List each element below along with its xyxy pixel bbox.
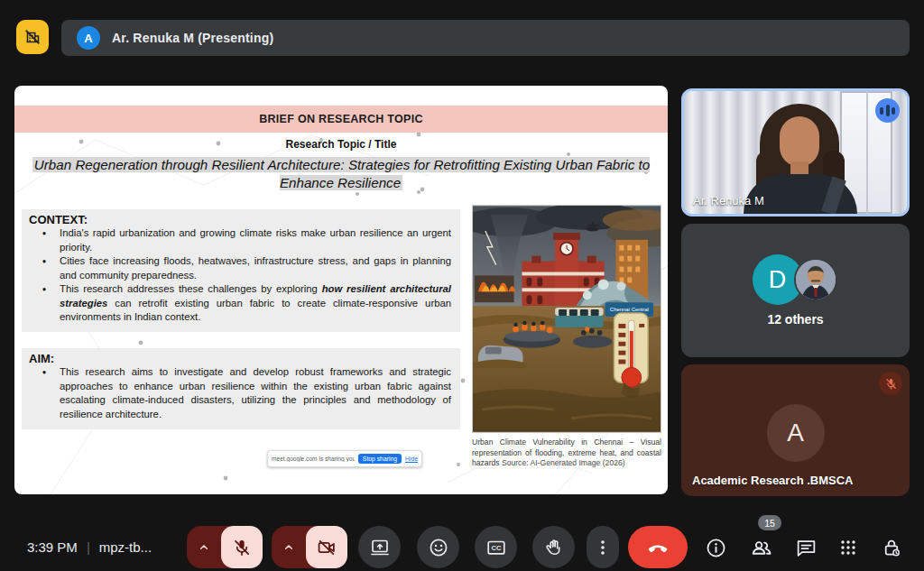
list-item: Cities face increasing floods, heatwaves… (29, 254, 451, 282)
google-meet-window: A Ar. Renuka M (Presenting) BRIEF ON RE (0, 0, 924, 571)
mic-options-chevron[interactable] (187, 540, 221, 555)
presenter-avatar: A (77, 26, 100, 50)
context-label: CONTEXT: (29, 213, 451, 226)
chennai-central-sign: Chennai Central (610, 307, 649, 312)
people-button[interactable] (745, 531, 778, 564)
slide-figure: Chennai Central Urban Climate Vulnerabil… (472, 205, 661, 469)
participant-tile-academic[interactable]: A Academic Research .BMSCA (681, 364, 910, 496)
aim-box: AIM: This research aims to investigate a… (22, 348, 460, 429)
raise-hand-icon (543, 537, 565, 558)
research-title: Urban Regeneration through Resilient Arc… (18, 156, 664, 192)
chat-icon (795, 537, 818, 559)
camera-off-button[interactable] (306, 526, 347, 568)
list-item: India's rapid urbanization and growing c… (29, 226, 451, 254)
mic-off-icon (879, 372, 902, 395)
stacked-avatars: D (753, 254, 839, 305)
others-count-label: 12 others (767, 312, 823, 327)
emoji-icon (428, 537, 449, 558)
disaster-illustration: Chennai Central (472, 205, 661, 433)
avatar-photo (794, 258, 837, 301)
raise-hand-button[interactable] (532, 526, 575, 568)
avatar-a: A (767, 404, 825, 462)
host-controls-button[interactable] (875, 531, 908, 564)
more-options-button[interactable] (587, 526, 619, 568)
list-item: This research aims to investigate and de… (29, 365, 451, 421)
presentation-disabled-icon (23, 27, 42, 47)
present-screen-button[interactable] (358, 526, 401, 568)
video-tile-presenter[interactable]: Ar. Renuka M (681, 88, 910, 216)
list-item: This research addresses these challenges… (29, 282, 451, 325)
presenting-label: Ar. Renuka M (Presenting) (112, 31, 273, 45)
activities-button[interactable] (832, 531, 864, 564)
captions-button[interactable]: CC (475, 526, 517, 568)
apps-grid-icon (837, 537, 859, 558)
figure-caption: Urban Climate Vulnerability in Chennai –… (472, 437, 661, 469)
present-screen-icon (369, 537, 391, 558)
screen-share-notification: meet.google.com is sharing your screen. … (267, 450, 422, 467)
end-call-icon (646, 536, 670, 559)
mic-off-icon (232, 538, 252, 557)
stop-sharing-button[interactable]: Stop sharing (358, 454, 402, 464)
presenting-banner[interactable]: A Ar. Renuka M (Presenting) (61, 20, 910, 56)
share-message: meet.google.com is sharing your screen. (272, 456, 355, 462)
host-controls-lock-icon (881, 537, 903, 559)
top-bar: A Ar. Renuka M (Presenting) (0, 0, 924, 72)
info-icon (705, 537, 727, 559)
more-options-icon (594, 537, 612, 558)
aim-label: AIM: (29, 352, 451, 365)
others-tile[interactable]: D 12 others (681, 224, 910, 357)
participant-name-label: Academic Research .BMSCA (692, 474, 853, 487)
camera-options-chevron[interactable] (272, 540, 306, 555)
clock-time: 3:39 PM (27, 539, 78, 555)
captions-icon: CC (485, 537, 507, 558)
mic-control-group (187, 526, 263, 568)
end-call-button[interactable] (628, 526, 688, 568)
presenter-name-label: Ar. Renuka M (693, 194, 764, 207)
slide-banner-text: BRIEF ON RESEARCH TOPIC (259, 113, 423, 125)
meeting-code: mpz-tb... (99, 539, 152, 555)
stop-presentation-chip[interactable] (16, 20, 49, 54)
svg-text:CC: CC (491, 544, 501, 552)
camera-control-group (272, 526, 347, 568)
bottom-control-bar: 3:39 PM | mpz-tb... (0, 523, 924, 571)
slide-heading: Research Topic / Title (14, 138, 668, 151)
reactions-button[interactable] (417, 526, 459, 568)
people-icon (750, 536, 773, 559)
shared-presentation-slide: BRIEF ON RESEARCH TOPIC Research Topic /… (14, 86, 668, 494)
participant-count-badge: 15 (758, 515, 781, 530)
mic-off-button[interactable] (221, 526, 263, 568)
hide-link[interactable]: Hide (405, 456, 418, 462)
camera-off-icon (317, 538, 337, 557)
audio-level-icon (875, 98, 900, 123)
slide-banner: BRIEF ON RESEARCH TOPIC (14, 106, 668, 133)
meeting-details-button[interactable] (699, 531, 732, 564)
chat-button[interactable] (790, 531, 822, 564)
context-box: CONTEXT: India's rapid urbanization and … (22, 209, 460, 332)
